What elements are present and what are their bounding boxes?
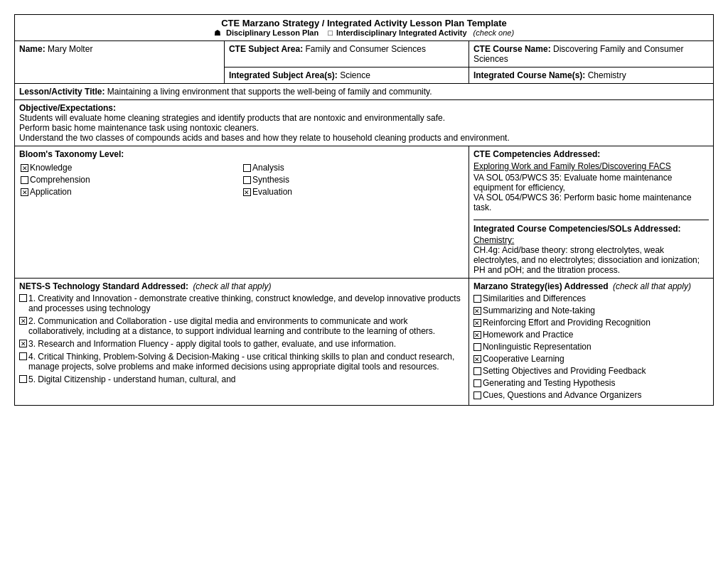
marzano-item-7: Generating and Testing Hypothesis (473, 378, 709, 388)
nets-item-1: 2. Communication and Collaboration - use… (19, 316, 464, 336)
integrated-comp-section: Integrated Course Competencies/SOLs Addr… (473, 220, 709, 275)
marzano-item-1: Summarizing and Note-taking (473, 306, 709, 315)
objective-row: Objective/Expectations: Students will ev… (15, 100, 714, 146)
marzano-text-1: Summarizing and Note-taking (483, 306, 595, 315)
marzano-label: Marzano Strategy(ies) Addressed (473, 281, 609, 291)
nets-text-2: 3. Research and Information Fluency - ap… (28, 339, 396, 349)
nets-text-1: 2. Communication and Collaboration - use… (28, 316, 464, 336)
integrated-comp-subject-text: Chemistry: (473, 235, 514, 245)
marzano-text-3: Homework and Practice (483, 330, 573, 340)
nets-note: (check all that apply) (193, 281, 271, 291)
lesson-title-row: Lesson/Activity Title: Maintaining a liv… (15, 84, 714, 100)
marzano-item-4: Nonlinguistic Representation (473, 342, 709, 352)
blooms-cte-row: Bloom's Taxonomy Level: Knowledge Compre… (15, 146, 714, 279)
title-row: CTE Marzano Strategy / Integrated Activi… (15, 15, 714, 41)
bloom-item-2: Application (21, 187, 240, 197)
objective-line3: Understand the two classes of compounds … (19, 133, 709, 143)
bloom-cb-1 (21, 176, 28, 184)
nets-marzano-row: NETS-S Technology Standard Addressed: (c… (15, 279, 714, 406)
main-table: CTE Marzano Strategy / Integrated Activi… (14, 14, 714, 406)
marzano-text-8: Cues, Questions and Advance Organizers (483, 390, 641, 400)
bloom-r-cb-2 (243, 188, 251, 196)
cte-comp-line1: VA SOL 053/PWCS 35: Evaluate home mainte… (473, 173, 709, 193)
bloom-label-2: Application (30, 187, 72, 197)
marzano-cb-8 (473, 391, 481, 399)
marzano-item-5: Cooperative Learning (473, 354, 709, 364)
bloom-label-0: Knowledge (30, 163, 72, 173)
blooms-label: Bloom's Taxonomy Level: (19, 149, 464, 159)
marzano-cb-6 (473, 367, 481, 375)
interdisciplinary-label: Interdisciplinary Integrated Activity (336, 28, 467, 37)
bloom-r-cb-0 (243, 164, 251, 172)
blooms-cell: Bloom's Taxonomy Level: Knowledge Compre… (15, 146, 469, 279)
bloom-item-1: Comprehension (21, 175, 240, 185)
nets-item-2: 3. Research and Information Fluency - ap… (19, 339, 464, 349)
marzano-item-2: Reinforcing Effort and Providing Recogni… (473, 318, 709, 328)
integrated-comp-text: CH.4g: Acid/base theory: strong electrol… (473, 245, 709, 275)
nets-item-3: 4. Critical Thinking, Problem-Solving & … (19, 352, 464, 372)
bloom-r-label-2: Evaluation (252, 187, 292, 197)
marzano-text-0: Similarities and Differences (483, 293, 586, 303)
name-value: Mary Molter (48, 44, 92, 54)
blooms-inner-row: Knowledge Comprehension Application (19, 162, 464, 200)
marzano-text-7: Generating and Testing Hypothesis (483, 378, 616, 388)
nets-cell: NETS-S Technology Standard Addressed: (c… (15, 279, 469, 406)
marzano-cb-3 (473, 331, 481, 339)
name-label: Name: (19, 44, 46, 54)
integrated-subject-cell: Integrated Subject Area(s): Science (224, 67, 469, 84)
name-subject-row: Name: Mary Molter CTE Subject Area: Fami… (15, 41, 714, 67)
objective-line1: Students will evaluate home cleaning str… (19, 113, 709, 123)
cte-comp-line2: VA SOL 054/PWCS 36: Perform basic home m… (473, 193, 709, 212)
nets-heading: NETS-S Technology Standard Addressed: (c… (19, 281, 464, 291)
nets-cb-1 (19, 317, 27, 325)
integrated-course-label: Integrated Course Name(s): (473, 70, 585, 80)
integrated-course-value: Chemistry (588, 70, 626, 80)
nets-text-0: 1. Creativity and Innovation - demonstra… (28, 293, 464, 313)
doc-title: CTE Marzano Strategy / Integrated Activi… (19, 18, 709, 28)
nets-item-4: 5. Digital Citizenship - understand huma… (19, 374, 464, 384)
disciplinary-label: Disciplinary Lesson Plan (226, 28, 318, 37)
marzano-cb-0 (473, 295, 481, 303)
bloom-cb-2 (21, 188, 28, 196)
check-one-note: (check one) (473, 28, 514, 37)
cte-subject-label: CTE Subject Area: (229, 44, 303, 54)
marzano-item-6: Setting Objectives and Providing Feedbac… (473, 366, 709, 376)
integrated-course-cell: Integrated Course Name(s): Chemistry (469, 67, 713, 84)
cte-comp-label: CTE Competencies Addressed: (473, 149, 709, 159)
integrated-subject-value: Science (340, 70, 370, 80)
cte-course-cell: CTE Course Name: Discovering Family and … (469, 41, 713, 67)
marzano-text-2: Reinforcing Effort and Providing Recogni… (483, 318, 651, 328)
objective-line2: Perform basic home maintenance task usin… (19, 123, 709, 133)
nets-cb-2 (19, 340, 27, 347)
marzano-text-5: Cooperative Learning (483, 354, 564, 364)
bloom-r-cb-1 (243, 176, 251, 184)
integrated-comp-subject: Chemistry: (473, 235, 709, 245)
marzano-cb-2 (473, 319, 481, 327)
bloom-label-1: Comprehension (30, 175, 90, 185)
marzano-cb-1 (473, 307, 481, 315)
bloom-r-label-0: Analysis (252, 163, 284, 173)
marzano-item-3: Homework and Practice (473, 330, 709, 340)
blooms-table: Knowledge Comprehension Application (19, 162, 464, 200)
nets-text-3: 4. Critical Thinking, Problem-Solving & … (28, 352, 464, 372)
blooms-right: Analysis Synthesis Evaluation (242, 162, 464, 200)
marzano-cell: Marzano Strategy(ies) Addressed (check a… (469, 279, 713, 406)
blooms-left: Knowledge Comprehension Application (19, 162, 242, 200)
marzano-heading: Marzano Strategy(ies) Addressed (check a… (473, 281, 709, 291)
integrated-subject-label: Integrated Subject Area(s): (229, 70, 338, 80)
marzano-text-6: Setting Objectives and Providing Feedbac… (483, 366, 646, 376)
bloom-item-0: Knowledge (21, 163, 240, 173)
marzano-cb-7 (473, 379, 481, 387)
nets-text-4: 5. Digital Citizenship - understand huma… (28, 374, 236, 384)
lesson-title-cell: Lesson/Activity Title: Maintaining a liv… (15, 84, 714, 100)
nets-label: NETS-S Technology Standard Addressed: (19, 281, 188, 291)
cte-subject-value: Family and Consumer Sciences (305, 44, 425, 54)
marzano-item-8: Cues, Questions and Advance Organizers (473, 390, 709, 400)
nets-cb-3 (19, 352, 27, 360)
bloom-r-item-2: Evaluation (243, 187, 463, 197)
name-cell: Name: Mary Molter (15, 41, 225, 84)
cte-comp-cell: CTE Competencies Addressed: Exploring Wo… (469, 146, 713, 279)
marzano-note: (check all that apply) (613, 281, 691, 291)
lesson-title-value: Maintaining a living environment that su… (107, 87, 432, 97)
nets-cb-4 (19, 375, 27, 383)
